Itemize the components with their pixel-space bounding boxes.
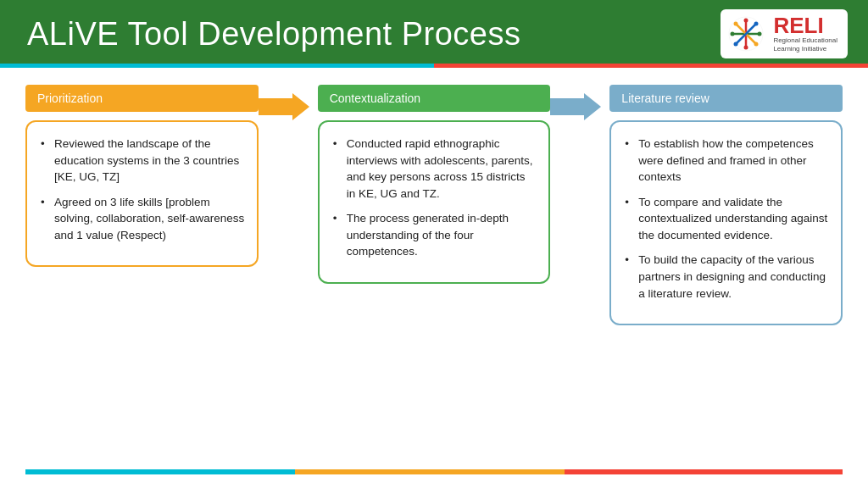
- svg-point-8: [731, 32, 735, 36]
- list-item: The process generated in-depth understan…: [331, 210, 537, 260]
- bottom-bar: [25, 469, 843, 474]
- arrow-icon-1: [259, 92, 309, 122]
- list-item: Conducted rapid ethnographic interviews …: [331, 136, 537, 202]
- logo-reli-text: RELI: [773, 14, 837, 36]
- list-item: Agreed on 3 life skills [problem solving…: [39, 194, 245, 244]
- svg-marker-15: [550, 93, 601, 120]
- columns-container: Prioritization Reviewed the landscape of…: [25, 85, 843, 459]
- svg-point-7: [744, 46, 748, 50]
- svg-point-12: [754, 22, 759, 26]
- col-box-prioritization: Reviewed the landscape of the education …: [25, 120, 259, 267]
- arrow-container-1: [259, 85, 318, 122]
- main-content: Prioritization Reviewed the landscape of…: [0, 68, 868, 488]
- col-label-contextualization: Contextualization: [318, 85, 551, 112]
- svg-point-13: [734, 42, 738, 47]
- list-item: Reviewed the landscape of the education …: [39, 136, 245, 186]
- list-item: To build the capacity of the various par…: [623, 252, 829, 302]
- list-item: To compare and validate the contextualiz…: [623, 194, 829, 244]
- col-label-prioritization: Prioritization: [25, 85, 259, 112]
- svg-point-10: [734, 22, 738, 26]
- svg-point-6: [744, 19, 748, 23]
- logo-subtitle-text: Regional EducationalLearning Initiative: [773, 36, 837, 54]
- list-item: To establish how the competences were de…: [623, 136, 829, 186]
- logo-text: RELI Regional EducationalLearning Initia…: [773, 14, 837, 54]
- col-box-contextualization: Conducted rapid ethnographic interviews …: [318, 120, 551, 284]
- svg-point-9: [758, 32, 762, 36]
- column-prioritization: Prioritization Reviewed the landscape of…: [25, 85, 259, 267]
- header: ALiVE Tool Development Process RELI Regi…: [0, 0, 868, 68]
- column-contextualization: Contextualization Conducted rapid ethnog…: [318, 85, 551, 284]
- arrow-icon-2: [550, 92, 601, 122]
- svg-marker-14: [259, 93, 309, 120]
- logo-area: RELI Regional EducationalLearning Initia…: [721, 9, 848, 59]
- arrow-container-2: [550, 85, 609, 122]
- page-title: ALiVE Tool Development Process: [27, 16, 520, 53]
- column-literature: Literature review To establish how the c…: [609, 85, 843, 325]
- prioritization-list: Reviewed the landscape of the education …: [39, 136, 245, 243]
- svg-point-11: [754, 42, 759, 47]
- col-box-literature: To establish how the competences were de…: [609, 120, 843, 325]
- contextualization-list: Conducted rapid ethnographic interviews …: [331, 136, 537, 260]
- col-label-literature: Literature review: [609, 85, 843, 112]
- reli-logo-icon: [727, 15, 765, 53]
- literature-list: To establish how the competences were de…: [623, 136, 829, 302]
